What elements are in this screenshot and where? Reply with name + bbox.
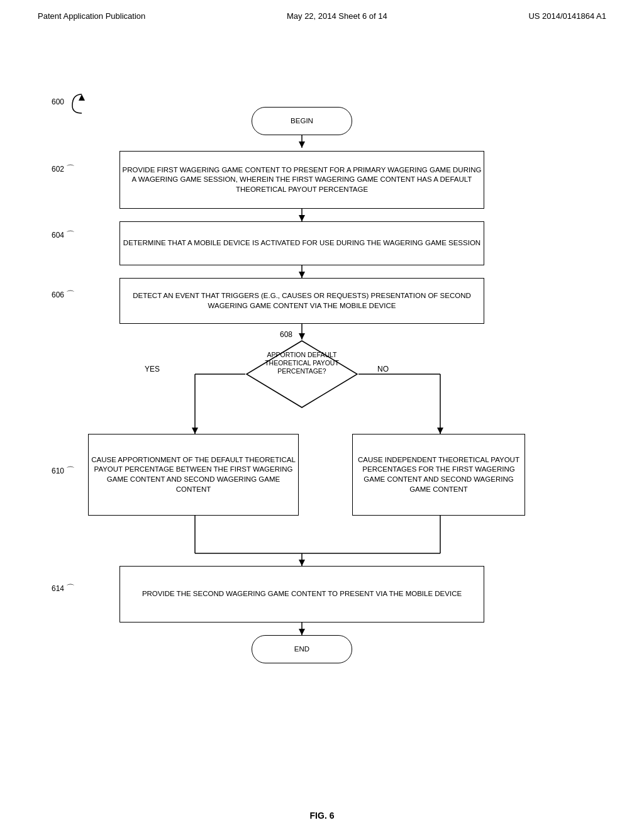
- ref-600: 600: [52, 97, 64, 106]
- ref-606: 606 ⌒: [52, 289, 75, 301]
- begin-node: BEGIN: [252, 107, 352, 135]
- ref-604: 604 ⌒: [52, 230, 75, 241]
- page-header: Patent Application Publication May 22, 2…: [0, 0, 644, 21]
- step-602: PROVIDE FIRST WAGERING GAME CONTENT TO P…: [119, 151, 484, 209]
- svg-marker-10: [192, 428, 198, 434]
- end-node: END: [252, 635, 352, 663]
- svg-marker-22: [79, 94, 85, 101]
- figure-caption: FIG. 6: [310, 811, 335, 821]
- step-606: DETECT AN EVENT THAT TRIGGERS (E.G., CAU…: [119, 278, 484, 324]
- svg-marker-21: [299, 629, 305, 635]
- decision-608: APPORTION DEFAULT THEORETICAL PAYOUT PER…: [245, 340, 358, 409]
- ref-610: 610 ⌒: [52, 465, 75, 477]
- svg-marker-13: [437, 428, 443, 434]
- header-left: Patent Application Publication: [38, 11, 145, 21]
- header-middle: May 22, 2014 Sheet 6 of 14: [287, 11, 387, 21]
- step-604: DETERMINE THAT A MOBILE DEVICE IS ACTIVA…: [119, 221, 484, 265]
- svg-marker-5: [299, 272, 305, 278]
- ref-614: 614 ⌒: [52, 583, 75, 594]
- svg-marker-19: [299, 560, 305, 566]
- svg-marker-3: [299, 215, 305, 221]
- header-right: US 2014/0141864 A1: [528, 11, 606, 21]
- no-label: NO: [377, 365, 389, 374]
- ref-608: 608: [280, 330, 292, 339]
- diagram-area: 600 BEGIN 602 ⌒ PROVIDE FIRST WAGERING G…: [0, 38, 644, 830]
- ref-602: 602 ⌒: [52, 163, 75, 175]
- step-612: CAUSE INDEPENDENT THEORETICAL PAYOUT PER…: [352, 434, 525, 516]
- step-614: PROVIDE THE SECOND WAGERING GAME CONTENT…: [119, 566, 484, 622]
- svg-marker-1: [299, 141, 305, 148]
- svg-marker-7: [299, 333, 305, 340]
- yes-label: YES: [145, 365, 160, 374]
- step-610: CAUSE APPORTIONMENT OF THE DEFAULT THEOR…: [88, 434, 299, 516]
